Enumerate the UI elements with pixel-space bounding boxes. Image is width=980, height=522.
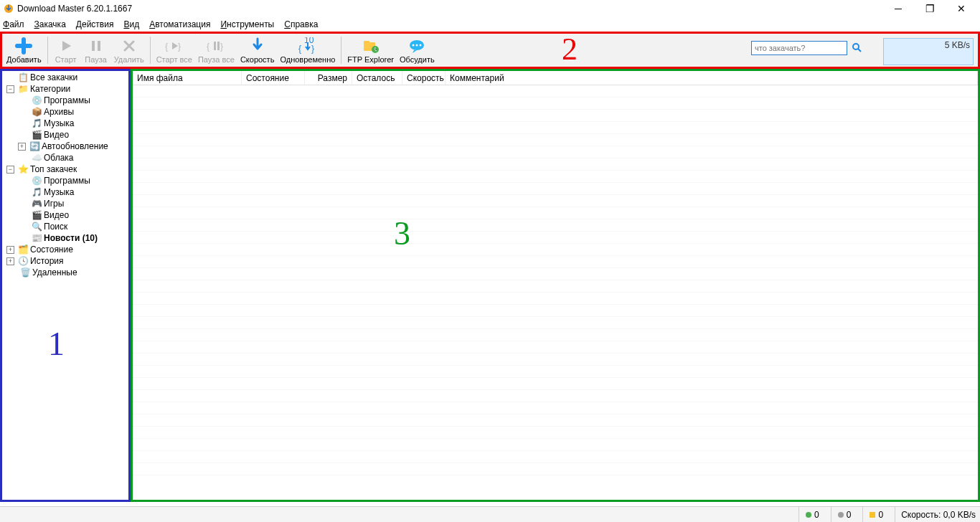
svg-point-17 bbox=[416, 44, 418, 47]
table-row bbox=[133, 122, 978, 134]
search-icon[interactable] bbox=[852, 42, 863, 54]
tree-top-music[interactable]: 🎵Музыка bbox=[2, 186, 128, 198]
status-yellow: 0 bbox=[862, 507, 883, 522]
video-icon: 🎬 bbox=[31, 209, 42, 221]
tree-cat-music[interactable]: 🎵Музыка bbox=[2, 118, 128, 129]
app-icon bbox=[3, 3, 14, 14]
col-remain[interactable]: Осталось bbox=[352, 71, 402, 85]
tree-top-programs[interactable]: 💿Программы bbox=[2, 175, 128, 186]
table-row bbox=[133, 463, 978, 475]
tree-top-search[interactable]: 🔍Поиск bbox=[2, 221, 128, 232]
speed-button[interactable]: Скорость bbox=[237, 34, 278, 67]
menu-bar: Файл Закачка Действия Вид Автоматизация … bbox=[0, 17, 980, 32]
collapse-icon[interactable]: − bbox=[6, 166, 14, 174]
rows-area[interactable] bbox=[133, 85, 978, 500]
trash-icon: 🗑️ bbox=[19, 267, 31, 278]
svg-text:{: { bbox=[298, 44, 301, 54]
tree-cat-programs[interactable]: 💿Программы bbox=[2, 95, 128, 106]
col-size[interactable]: Размер bbox=[305, 71, 352, 85]
start-button[interactable]: Старт bbox=[51, 34, 81, 67]
game-icon: 🎮 bbox=[31, 198, 42, 209]
table-row bbox=[133, 414, 978, 427]
annotation-1: 1 bbox=[48, 325, 65, 363]
sidebar-tree: 📋Все закачки −📁Категории 💿Программы 📦Арх… bbox=[0, 69, 131, 502]
expand-icon[interactable]: + bbox=[18, 143, 26, 151]
disk-icon: 💿 bbox=[31, 175, 42, 186]
table-row bbox=[133, 183, 978, 195]
tree-top-video[interactable]: 🎬Видео bbox=[2, 209, 128, 221]
menu-help[interactable]: Справка bbox=[284, 19, 318, 30]
toolbar: Добавить Старт Пауза Удалить {} Старт вс… bbox=[0, 32, 980, 69]
concurrent-button[interactable]: 10{} Одновременно bbox=[277, 34, 338, 67]
video-icon: 🎬 bbox=[31, 129, 42, 141]
search-icon: 🔍 bbox=[31, 221, 42, 232]
pause-all-icon: {} bbox=[207, 37, 225, 55]
delete-button[interactable]: Удалить bbox=[111, 34, 147, 67]
tree-cat-autoupdate[interactable]: +🔄Автообновление bbox=[2, 141, 128, 152]
play-all-icon: {} bbox=[165, 37, 184, 55]
pause-button[interactable]: Пауза bbox=[81, 34, 111, 67]
tree-deleted[interactable]: 🗑️Удаленные bbox=[2, 267, 128, 278]
tree-categories[interactable]: −📁Категории bbox=[2, 83, 128, 95]
svg-point-16 bbox=[413, 44, 415, 47]
menu-tools[interactable]: Инструменты bbox=[220, 19, 274, 30]
status-gray: 0 bbox=[831, 507, 852, 522]
svg-rect-22 bbox=[870, 512, 875, 518]
table-row bbox=[133, 402, 978, 414]
menu-actions[interactable]: Действия bbox=[76, 19, 114, 30]
tree-top-games[interactable]: 🎮Игры bbox=[2, 198, 128, 209]
table-row bbox=[133, 366, 978, 378]
tree-status[interactable]: +🗂️Состояние bbox=[2, 244, 128, 255]
discuss-button[interactable]: Обсудить bbox=[397, 34, 438, 67]
title-bar: Download Master 6.20.1.1667 ─ ❐ ✕ bbox=[0, 0, 980, 17]
close-button[interactable]: ✕ bbox=[946, 0, 977, 17]
table-row bbox=[133, 85, 978, 98]
column-headers: Имя файла Состояние Размер Осталось Скор… bbox=[133, 71, 978, 85]
svg-point-21 bbox=[838, 512, 844, 518]
expand-icon[interactable]: + bbox=[6, 246, 14, 254]
table-row bbox=[133, 305, 978, 317]
col-speed[interactable]: Скорость bbox=[402, 71, 446, 85]
play-icon bbox=[58, 37, 74, 55]
table-row bbox=[133, 219, 978, 232]
start-all-button[interactable]: {} Старт все bbox=[154, 34, 195, 67]
col-state[interactable]: Состояние bbox=[242, 71, 305, 85]
col-comment[interactable]: Комментарий bbox=[446, 71, 978, 85]
refresh-icon: 🔄 bbox=[29, 141, 40, 152]
tree-top[interactable]: −⭐Топ закачек bbox=[2, 163, 128, 175]
table-row bbox=[133, 207, 978, 219]
table-row bbox=[133, 341, 978, 353]
plus-icon bbox=[15, 37, 32, 55]
table-row bbox=[133, 378, 978, 390]
table-row bbox=[133, 427, 978, 439]
tree-cat-archive[interactable]: 📦Архивы bbox=[2, 106, 128, 118]
maximize-button[interactable]: ❐ bbox=[914, 0, 946, 17]
speed-value: 5 KB/s bbox=[945, 40, 970, 50]
menu-automation[interactable]: Автоматизация bbox=[149, 19, 210, 30]
ftp-explorer-button[interactable]: FTP Explorer bbox=[344, 34, 397, 67]
history-icon: 🕓 bbox=[17, 255, 29, 267]
menu-view[interactable]: Вид bbox=[123, 19, 139, 30]
expand-icon[interactable]: + bbox=[6, 257, 14, 265]
svg-rect-2 bbox=[98, 41, 100, 51]
table-row bbox=[133, 158, 978, 171]
table-row bbox=[133, 110, 978, 122]
tree-cat-cloud[interactable]: ☁️Облака bbox=[2, 152, 128, 163]
tree-all-downloads[interactable]: 📋Все закачки bbox=[2, 72, 128, 83]
tree-cat-video[interactable]: 🎬Видео bbox=[2, 129, 128, 141]
svg-text:}: } bbox=[178, 42, 181, 52]
menu-download[interactable]: Закачка bbox=[34, 19, 66, 30]
minimize-button[interactable]: ─ bbox=[882, 0, 914, 17]
tree-history[interactable]: +🕓История bbox=[2, 255, 128, 267]
pause-all-button[interactable]: {} Пауза все bbox=[195, 34, 237, 67]
menu-file[interactable]: Файл bbox=[3, 19, 24, 30]
tree-top-news[interactable]: 📰Новости (10) bbox=[2, 232, 128, 244]
collapse-icon[interactable]: − bbox=[6, 85, 14, 93]
add-button[interactable]: Добавить bbox=[4, 34, 44, 67]
concurrent-icon: 10{} bbox=[297, 37, 319, 55]
search-input[interactable] bbox=[751, 41, 847, 55]
col-filename[interactable]: Имя файла bbox=[133, 71, 242, 85]
status-bar: 0 0 0 Скорость: 0,0 KB/s bbox=[0, 506, 980, 522]
table-row bbox=[133, 244, 978, 256]
delete-icon bbox=[121, 37, 137, 55]
